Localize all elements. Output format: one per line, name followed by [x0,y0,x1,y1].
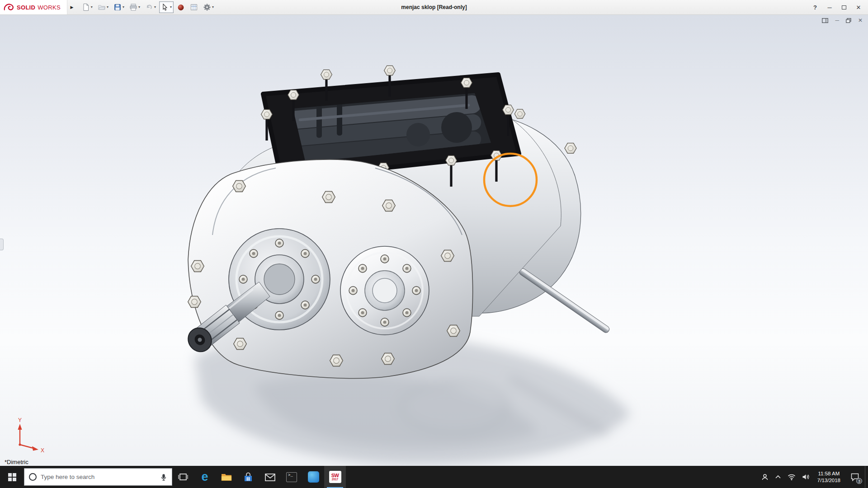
titlebar: SOLIDWORKS ▶ ▾ ▾ ▾ [0,0,868,15]
print-button[interactable]: ▾ [127,1,142,13]
microphone-icon[interactable] [160,473,167,481]
solidworks-app-button[interactable]: SW 2017 [324,466,346,488]
close-button[interactable]: ✕ [852,2,865,13]
taskbar-search[interactable] [24,468,172,486]
solidworks-2017-icon: SW 2017 [329,471,341,483]
windows-logo-icon [8,473,16,481]
options-gear-icon [203,3,211,11]
brand-solid: SOLID [17,4,35,11]
viewport-3d-scene[interactable]: Y X [0,15,868,466]
bearing-cover-hub [340,246,429,335]
dropdown-arrow-icon[interactable]: ▾ [123,5,124,9]
select-arrow-icon [161,3,169,11]
blue-app-button[interactable] [302,466,324,488]
clock-time: 11:58 AM [818,470,840,477]
design-table-button[interactable] [188,1,200,13]
graphics-viewport[interactable]: Y X *Dimetric [0,15,868,466]
taskbar-apps: e >_ SW [172,466,346,488]
doc-close-button[interactable]: ✕ [858,17,863,23]
document-title: menjac sklop [Read-only] [401,4,467,10]
triad-x-label: X [41,447,44,454]
volume-icon [802,474,810,480]
dropdown-arrow-icon[interactable]: ▾ [154,5,156,9]
taskbar-clock[interactable]: 11:58 AM 7/13/2018 [813,466,845,488]
help-button[interactable]: ? [808,2,822,13]
dropdown-arrow-icon[interactable]: ▾ [212,5,214,9]
orientation-triad: Y X [18,417,44,454]
print-icon [129,3,137,11]
brand-works: WORKS [38,4,61,11]
display-pane-button[interactable] [822,18,828,23]
start-button[interactable] [0,466,24,488]
network-wifi-icon [788,474,796,480]
dropdown-arrow-icon[interactable]: ▾ [107,5,108,9]
doc-minimize-button[interactable]: ─ [835,17,839,23]
store-icon [243,472,254,483]
dassault-systemes-swirl-icon [4,3,14,11]
task-view-icon [178,472,189,482]
appearance-button[interactable] [175,1,187,13]
menu-expand-arrow[interactable]: ▶ [67,0,76,14]
search-input[interactable] [41,474,156,480]
gearbox-model [184,66,611,378]
quick-access-toolbar: ▾ ▾ ▾ ▾ ▾ [80,1,216,13]
edge-button[interactable]: e [194,466,216,488]
dropdown-arrow-icon[interactable]: ▾ [170,5,172,9]
options-button[interactable]: ▾ [201,1,216,13]
save-icon [113,3,122,11]
windows-taskbar: e >_ SW [0,466,868,488]
people-button[interactable] [758,466,772,488]
view-orientation-label: *Dimetric [5,459,28,465]
show-desktop-button[interactable] [865,466,868,488]
maximize-button[interactable] [837,2,851,13]
output-shaft [518,267,610,333]
new-document-icon [82,3,90,11]
action-center-button[interactable]: 3 [845,466,865,488]
network-button[interactable] [784,466,799,488]
app-icon-blue [308,471,319,483]
mail-button[interactable] [259,466,281,488]
volume-button[interactable] [799,466,813,488]
mail-icon [264,473,276,482]
maximize-icon [842,5,846,9]
doc-restore-button[interactable] [846,18,851,23]
system-tray: 11:58 AM 7/13/2018 3 [758,466,868,488]
cortana-icon [29,473,37,481]
restore-icon [846,18,851,23]
open-folder-icon [98,3,106,11]
clock-date: 7/13/2018 [817,477,840,484]
appearance-sphere-icon [177,3,185,11]
dropdown-arrow-icon[interactable]: ▾ [138,5,140,9]
file-explorer-icon [221,472,232,482]
open-button[interactable]: ▾ [96,1,110,13]
solidworks-logo: SOLIDWORKS [0,0,67,14]
feature-pane-collapsed-tab[interactable] [0,239,4,250]
dropdown-arrow-icon[interactable]: ▾ [91,5,93,9]
undo-icon [145,3,153,11]
select-button[interactable]: ▾ [159,1,174,13]
tray-expand-button[interactable] [772,466,784,488]
file-explorer-button[interactable] [216,466,237,488]
display-pane-icon [822,18,828,23]
task-view-button[interactable] [172,466,194,488]
window-controls: ? ─ ✕ [808,2,868,13]
chevron-up-icon [775,475,781,479]
notification-badge: 3 [856,478,862,484]
people-icon [761,474,769,481]
command-prompt-icon: >_ [286,472,297,482]
command-prompt-button[interactable]: >_ [281,466,302,488]
design-table-icon [190,3,198,11]
undo-button[interactable]: ▾ [143,1,158,13]
minimize-button[interactable]: ─ [823,2,836,13]
store-button[interactable] [237,466,259,488]
triad-y-label: Y [18,417,22,423]
save-button[interactable]: ▾ [112,1,126,13]
edge-icon: e [201,471,208,483]
new-document-button[interactable]: ▾ [80,1,94,13]
document-window-controls: ─ ✕ [822,17,863,23]
